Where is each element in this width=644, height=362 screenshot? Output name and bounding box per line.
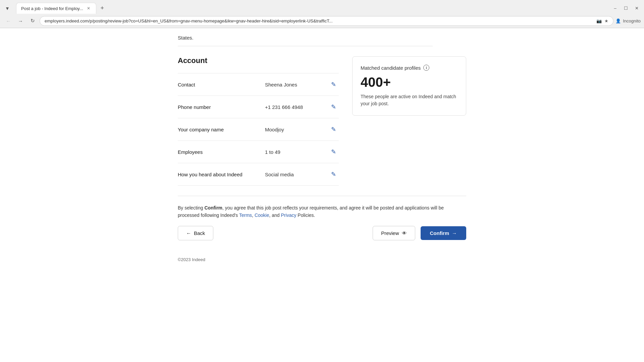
matched-profiles-card: Matched candidate profiles i 400+ These …	[352, 56, 466, 116]
account-field-value: +1 231 666 4948	[265, 104, 328, 110]
matched-count: 400+	[361, 75, 458, 90]
url-text: employers.indeed.com/p/posting/review-jo…	[45, 18, 596, 23]
account-fields-container: ContactSheena Jones✎Phone number+1 231 6…	[178, 73, 339, 186]
account-row: Your company nameMoodjoy✎	[178, 118, 339, 141]
confirm-label: Confirm	[430, 230, 449, 236]
preview-label: Preview	[381, 230, 399, 236]
tab-close-btn[interactable]: ✕	[86, 6, 91, 11]
confirm-button[interactable]: Confirm →	[421, 226, 467, 240]
account-row: ContactSheena Jones✎	[178, 73, 339, 96]
disclaimer-prefix: By selecting	[178, 205, 204, 210]
account-section: Account ContactSheena Jones✎Phone number…	[178, 56, 339, 186]
account-field-value: Sheena Jones	[265, 82, 328, 87]
edit-button[interactable]: ✎	[328, 79, 339, 89]
account-field-label: Phone number	[178, 104, 265, 110]
partial-text: States.	[178, 35, 194, 41]
terms-link[interactable]: Terms	[239, 213, 252, 218]
back-arrow-icon: ←	[186, 230, 191, 236]
account-field-label: How you heard about Indeed	[178, 172, 265, 177]
account-field-label: Contact	[178, 82, 265, 87]
info-icon[interactable]: i	[423, 65, 429, 71]
back-nav-button[interactable]: ←	[3, 16, 13, 26]
footer-action-area: By selecting Confirm, you agree that thi…	[178, 196, 466, 250]
person-icon: 👤	[615, 18, 621, 23]
edit-button[interactable]: ✎	[328, 147, 339, 157]
back-button[interactable]: ← Back	[178, 226, 213, 240]
top-partial-content: States.	[178, 28, 433, 46]
policies-label: Policies.	[296, 213, 315, 218]
reload-button[interactable]: ↻	[28, 16, 38, 26]
edit-button[interactable]: ✎	[328, 102, 339, 112]
edit-button[interactable]: ✎	[328, 124, 339, 134]
active-tab[interactable]: Post a job - Indeed for Employ... ✕	[16, 3, 96, 14]
footer-buttons-row: ← Back Preview 👁 Confirm →	[178, 226, 466, 240]
account-row: How you heard about IndeedSocial media✎	[178, 163, 339, 186]
arrow-right-icon: →	[452, 230, 457, 236]
bookmark-icon: ★	[604, 18, 608, 23]
account-field-value: Moodjoy	[265, 127, 328, 132]
browser-chrome: ▼ Post a job - Indeed for Employ... ✕ + …	[0, 0, 644, 28]
incognito-label: Incognito	[623, 18, 641, 23]
eye-icon: 👁	[402, 230, 407, 236]
tab-list-btn[interactable]: ▼	[3, 4, 12, 13]
account-row: Employees1 to 49✎	[178, 141, 339, 163]
matched-description: These people are active on Indeed and ma…	[361, 93, 458, 107]
back-label: Back	[194, 230, 205, 236]
account-field-label: Your company name	[178, 127, 265, 132]
account-field-label: Employees	[178, 149, 265, 155]
maximize-button[interactable]: ☐	[621, 4, 631, 13]
address-bar[interactable]: employers.indeed.com/p/posting/review-jo…	[40, 16, 613, 26]
comma1: ,	[252, 213, 253, 218]
disclaimer-bold: Confirm	[204, 205, 222, 210]
matched-profiles-title: Matched candidate profiles	[361, 65, 421, 71]
preview-button[interactable]: Preview 👁	[373, 226, 415, 240]
account-row: Phone number+1 231 666 4948✎	[178, 96, 339, 118]
and-label: , and	[269, 213, 279, 218]
tab-title: Post a job - Indeed for Employ...	[21, 6, 83, 11]
account-title: Account	[178, 56, 339, 65]
cookie-link[interactable]: Cookie	[255, 213, 269, 218]
account-field-value: Social media	[265, 172, 328, 177]
minimize-button[interactable]: –	[610, 4, 620, 13]
new-tab-button[interactable]: +	[98, 4, 107, 13]
profile-icon: 👤	[615, 18, 621, 23]
disclaimer-text: By selecting Confirm, you agree that thi…	[178, 204, 453, 219]
privacy-link[interactable]: Privacy	[281, 213, 297, 218]
account-field-value: 1 to 49	[265, 149, 328, 155]
forward-nav-button[interactable]: →	[15, 16, 25, 26]
camera-icon: 📷	[596, 18, 602, 23]
close-button[interactable]: ✕	[632, 4, 641, 13]
copyright-text: ©2023 Indeed	[178, 250, 466, 262]
edit-button[interactable]: ✎	[328, 169, 339, 179]
